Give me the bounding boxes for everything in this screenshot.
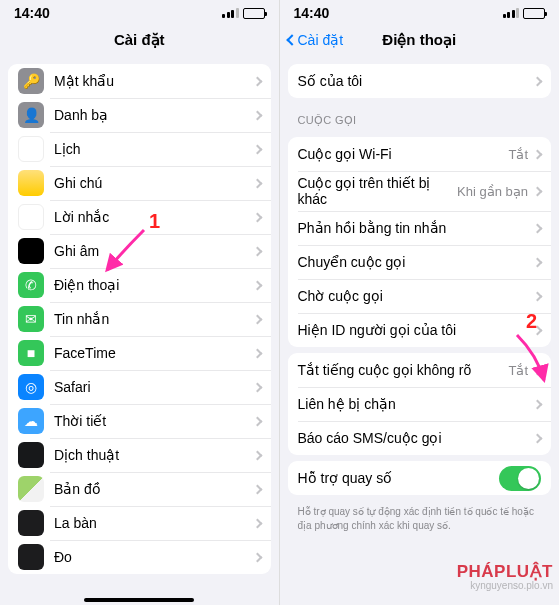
group-my-number: Số của tôi: [288, 64, 552, 98]
item-label: Hỗ trợ quay số: [298, 470, 500, 486]
group-calls: Cuộc gọi Wi-FiTắtCuộc gọi trên thiết bị …: [288, 137, 552, 347]
chevron-right-icon: [252, 382, 262, 392]
chevron-right-icon: [533, 257, 543, 267]
chevron-right-icon: [252, 280, 262, 290]
list-item[interactable]: Chuyển cuộc gọi: [288, 245, 552, 279]
key-icon: 🔑: [18, 68, 44, 94]
list-item[interactable]: La bàn: [8, 506, 271, 540]
battery-icon: [243, 8, 265, 19]
list-item[interactable]: ■FaceTime: [8, 336, 271, 370]
chevron-right-icon: [533, 291, 543, 301]
weather-icon: ☁: [18, 408, 44, 434]
arrow-2-icon: [509, 330, 554, 385]
item-label: Đo: [54, 549, 254, 565]
item-label: Lời nhắc: [54, 209, 254, 225]
phone-icon: ✆: [18, 272, 44, 298]
settings-pane: 14:40 Cài đặt 🔑Mật khẩu👤Danh bạLịchGhi c…: [0, 0, 280, 605]
status-indicators: [503, 8, 546, 19]
list-item[interactable]: Cuộc gọi Wi-FiTắt: [288, 137, 552, 171]
chevron-right-icon: [533, 149, 543, 159]
page-title: Điện thoại: [382, 31, 456, 49]
item-label: Phản hồi bằng tin nhắn: [298, 220, 535, 236]
chevron-right-icon: [533, 76, 543, 86]
back-label: Cài đặt: [298, 32, 344, 48]
list-item[interactable]: Phản hồi bằng tin nhắn: [288, 211, 552, 245]
chevron-right-icon: [252, 76, 262, 86]
toggle-switch[interactable]: [499, 466, 541, 491]
watermark-url: kynguyenso.plo.vn: [457, 580, 553, 591]
page-title: Cài đặt: [114, 31, 165, 49]
status-bar: 14:40: [0, 0, 279, 22]
item-label: Lịch: [54, 141, 254, 157]
chevron-right-icon: [252, 212, 262, 222]
list-item[interactable]: Dịch thuật: [8, 438, 271, 472]
list-item[interactable]: Bản đồ: [8, 472, 271, 506]
battery-icon: [523, 8, 545, 19]
list-item[interactable]: Cuộc gọi trên thiết bị khácKhi gần bạn: [288, 171, 552, 211]
list-item[interactable]: 🔑Mật khẩu: [8, 64, 271, 98]
messages-icon: ✉: [18, 306, 44, 332]
status-indicators: [222, 8, 265, 19]
chevron-right-icon: [252, 314, 262, 324]
contacts-icon: 👤: [18, 102, 44, 128]
list-item[interactable]: ◎Safari: [8, 370, 271, 404]
chevron-right-icon: [533, 433, 543, 443]
voice-memos-icon: [18, 238, 44, 264]
list-item[interactable]: ✉Tin nhắn: [8, 302, 271, 336]
list-item[interactable]: Liên hệ bị chặn: [288, 387, 552, 421]
item-label: Mật khẩu: [54, 73, 254, 89]
item-label: Tắt tiếng cuộc gọi không rõ: [298, 362, 509, 378]
item-label: Số của tôi: [298, 73, 535, 89]
item-label: Điện thoại: [54, 277, 254, 293]
item-label: Danh bạ: [54, 107, 254, 123]
chevron-right-icon: [252, 110, 262, 120]
chevron-right-icon: [252, 144, 262, 154]
chevron-right-icon: [252, 450, 262, 460]
maps-icon: [18, 476, 44, 502]
item-label: Liên hệ bị chặn: [298, 396, 535, 412]
list-item[interactable]: Chờ cuộc gọi: [288, 279, 552, 313]
list-item[interactable]: Ghi chú: [8, 166, 271, 200]
chevron-right-icon: [252, 246, 262, 256]
chevron-right-icon: [252, 348, 262, 358]
item-label: Ghi chú: [54, 175, 254, 191]
item-label: Chuyển cuộc gọi: [298, 254, 535, 270]
list-item[interactable]: Lịch: [8, 132, 271, 166]
item-value: Khi gần bạn: [457, 184, 528, 199]
status-time: 14:40: [14, 5, 50, 21]
compass-icon: [18, 510, 44, 536]
reminders-icon: [18, 204, 44, 230]
list-item[interactable]: 👤Danh bạ: [8, 98, 271, 132]
item-label: Ghi âm: [54, 243, 254, 259]
calendar-icon: [18, 136, 44, 162]
settings-list: 🔑Mật khẩu👤Danh bạLịchGhi chúLời nhắcGhi …: [8, 64, 271, 574]
item-value: Tắt: [508, 147, 528, 162]
watermark: PHÁPLUẬT kynguyenso.plo.vn: [457, 561, 553, 591]
list-item[interactable]: Đo: [8, 540, 271, 574]
list-item[interactable]: Hỗ trợ quay số: [288, 461, 552, 495]
translate-icon: [18, 442, 44, 468]
chevron-right-icon: [252, 484, 262, 494]
status-time: 14:40: [294, 5, 330, 21]
item-label: Cuộc gọi trên thiết bị khác: [298, 175, 458, 207]
list-item[interactable]: Báo cáo SMS/cuộc gọi: [288, 421, 552, 455]
item-label: Bản đồ: [54, 481, 254, 497]
safari-icon: ◎: [18, 374, 44, 400]
item-label: La bàn: [54, 515, 254, 531]
back-button[interactable]: Cài đặt: [288, 32, 344, 48]
item-label: Cuộc gọi Wi-Fi: [298, 146, 509, 162]
item-label: Dịch thuật: [54, 447, 254, 463]
nav-header: Cài đặt Điện thoại: [280, 22, 560, 58]
list-item[interactable]: Số của tôi: [288, 64, 552, 98]
cellular-icon: [503, 8, 520, 18]
dial-assist-footer: Hỗ trợ quay số tự động xác định tiền tố …: [280, 501, 560, 536]
home-indicator: [84, 598, 194, 602]
phone-pane: 14:40 Cài đặt Điện thoại Số của tôi CUỘC…: [280, 0, 560, 605]
section-header-calls: CUỘC GỌI: [280, 104, 560, 131]
list-item[interactable]: ☁Thời tiết: [8, 404, 271, 438]
status-bar: 14:40: [280, 0, 560, 22]
arrow-1-icon: [99, 225, 149, 275]
item-label: Chờ cuộc gọi: [298, 288, 535, 304]
item-label: Safari: [54, 379, 254, 395]
chevron-right-icon: [252, 552, 262, 562]
